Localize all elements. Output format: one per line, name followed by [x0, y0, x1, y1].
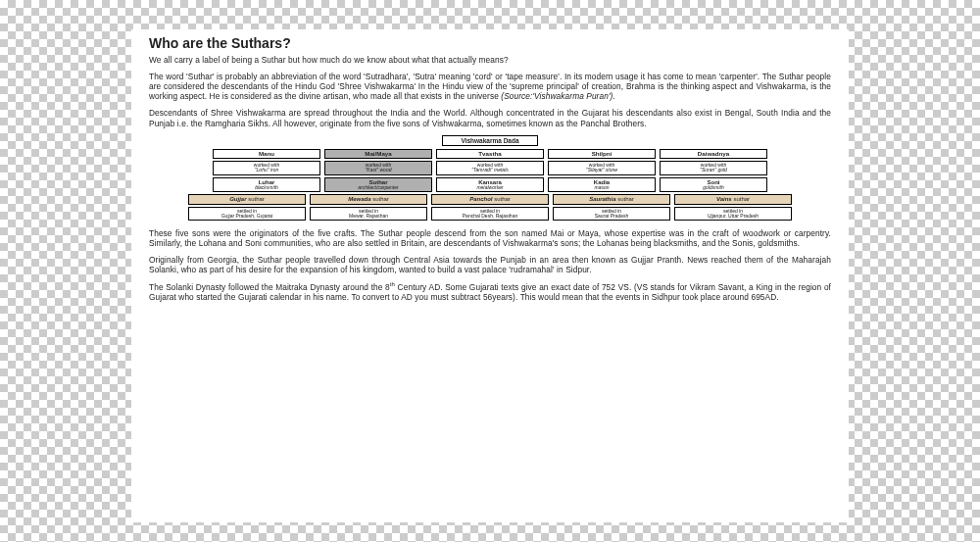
work-row: worked with"Lohu" ironworked with"Kast" …	[149, 161, 831, 175]
sons-row: ManuMai/MayaTvasthaShilpniDaiwadnya	[149, 149, 831, 160]
son-cell: Manu	[213, 149, 320, 160]
georgia-para: Originally from Georgia, the Suthar peop…	[149, 255, 831, 274]
etymology-source: (Source:'Vishwakarma Puran').	[501, 91, 615, 101]
document-page: Who are the Suthars? We all carry a labe…	[131, 29, 849, 522]
settlement-cell: settled inPanchal Desh, Rajasthan	[431, 207, 549, 222]
suthar-group-cell: Panchol suthar	[431, 194, 549, 204]
son-cell: Shilpni	[548, 149, 656, 160]
occupation-cell: Sonigoldsmith	[660, 177, 767, 193]
descendants-para: Descendants of Shree Vishwakarma are spr…	[149, 108, 831, 127]
work-cell: worked with"Lohu" iron	[213, 161, 320, 175]
settle-row: settled inGujjar Pradesh, Gujaratsettled…	[149, 207, 831, 222]
suthar-row: Gujjar sutharMewada sutharPanchol suthar…	[149, 194, 831, 204]
settlement-cell: settled inMewar, Rajasthan	[310, 207, 427, 222]
solanki-text-a: The Solanki Dynasty followed the Maitrak…	[149, 282, 390, 292]
occ-row: LuharblacksmithSuthararchitect/carpenter…	[149, 177, 831, 193]
settlement-cell: settled inSaurat Pradesh	[553, 207, 670, 222]
etymology-para: The word 'Suthar' is probably an abbrevi…	[149, 72, 831, 101]
etymology-text: The word 'Suthar' is probably an abbrevi…	[149, 72, 831, 101]
work-cell: worked with"Kast" wood	[324, 161, 432, 175]
chart-root: Vishwakarma Dada	[442, 135, 537, 146]
settlement-cell: settled inGujjar Pradesh, Gujarat	[188, 207, 306, 222]
five-sons-para: These five sons were the originators of …	[149, 228, 831, 248]
suthar-group-cell: Saurathia suthar	[553, 194, 670, 204]
work-cell: worked with"Silayat" stone	[548, 161, 656, 175]
suthar-group-cell: Mewada suthar	[310, 194, 427, 204]
suthar-group-cell: Vains suthar	[674, 194, 792, 204]
lineage-chart: Vishwakarma Dada ManuMai/MayaTvasthaShil…	[149, 135, 831, 221]
son-cell: Daiwadnya	[660, 149, 767, 160]
occupation-cell: Kadiamason	[548, 177, 656, 193]
suthar-group-cell: Gujjar suthar	[188, 194, 306, 204]
son-cell: Mai/Maya	[324, 149, 432, 160]
son-cell: Tvastha	[436, 149, 544, 160]
settlement-cell: settled inUjjanpur, Uttar Pradesh	[674, 207, 792, 222]
intro-para: We all carry a label of being a Suthar b…	[149, 55, 831, 65]
occupation-cell: Suthararchitect/carpenter	[324, 177, 432, 193]
occupation-cell: Kansarametalworker	[436, 177, 544, 193]
work-cell: worked with"Tamradi" metals	[436, 161, 544, 175]
work-cell: worked with"Suran" gold	[660, 161, 767, 175]
page-title: Who are the Suthars?	[149, 35, 831, 51]
solanki-para: The Solanki Dynasty followed the Maitrak…	[149, 281, 831, 302]
occupation-cell: Luharblacksmith	[213, 177, 320, 193]
